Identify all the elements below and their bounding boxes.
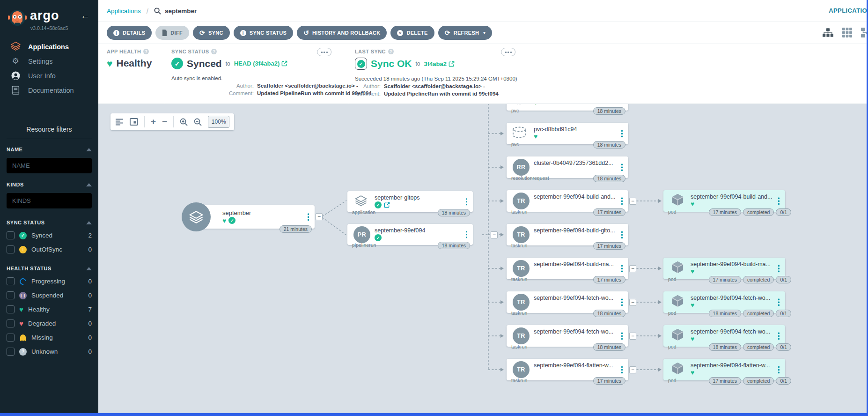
filter-checkbox[interactable] (7, 348, 15, 356)
graph-node-app-september[interactable]: september♥✓21 minutes (190, 205, 315, 229)
node-menu-button[interactable] (620, 196, 625, 206)
last-sync-menu-button[interactable] (501, 48, 515, 56)
filter-checkbox[interactable] (7, 245, 15, 253)
node-menu-button[interactable] (777, 364, 781, 375)
node-kind-label: taskrun (511, 243, 527, 248)
filter-option-synced[interactable]: ✓Synced2 (7, 231, 92, 239)
node-menu-button[interactable] (620, 128, 625, 139)
breadcrumb-applications-link[interactable]: Applications (107, 7, 141, 15)
sync-revision-link[interactable]: HEAD (3f4aba2) (234, 60, 288, 67)
collapse-triangle-icon[interactable] (86, 148, 92, 151)
filter-option-progressing[interactable]: Progressing0 (7, 277, 92, 285)
fit-to-screen-icon[interactable] (130, 118, 138, 126)
collapse-node-button[interactable]: − (629, 299, 636, 306)
filter-option-suspended[interactable]: ❙❙Suspended0 (7, 291, 92, 299)
graph-node-taskrun-build-gito[interactable]: TRtaskrunseptember-99ef094-build-gito...… (507, 224, 628, 245)
node-menu-button[interactable] (464, 197, 469, 207)
node-menu-button[interactable] (306, 212, 311, 222)
action-buttons: iDETAILSDIFF⟳SYNCiSYNC STATUS↺HISTORY AN… (107, 26, 492, 40)
collapse-triangle-icon[interactable] (86, 267, 92, 270)
magnifier-minus-icon[interactable] (194, 118, 202, 126)
relayout-icon[interactable] (115, 119, 124, 126)
graph-node-pvc-d8bbd91c94[interactable]: pvcpvc-d8bbd91c94♥18 minutes (507, 123, 628, 144)
graph-node-taskrun-fetch-wo-2[interactable]: TRtaskrunseptember-99ef094-fetch-wo...18… (507, 325, 628, 347)
graph-node-taskrun-flatten-w[interactable]: TRtaskrunseptember-99ef094-flatten-w...1… (507, 359, 628, 380)
graph-node-pod-build-and[interactable]: podseptember-99ef094-build-and...♥17 min… (663, 190, 785, 212)
collapse-node-button[interactable]: − (491, 231, 498, 238)
graph-node-taskrun-build-ma[interactable]: TRtaskrunseptember-99ef094-build-ma...17… (507, 258, 628, 279)
node-menu-button[interactable] (777, 196, 781, 206)
node-menu-button[interactable] (620, 104, 625, 105)
sidebar-item-user-info[interactable]: User Info (0, 68, 98, 83)
collapse-node-button[interactable]: − (629, 265, 636, 272)
details-button[interactable]: iDETAILS (107, 26, 152, 40)
filter-option-outofsync[interactable]: ↑OutOfSync0 (7, 245, 92, 253)
filter-checkbox[interactable] (7, 277, 15, 285)
graph-node-pvc-partial[interactable]: pvc♥18 minutes (507, 104, 628, 111)
pods-view-icon[interactable] (842, 28, 852, 37)
node-menu-button[interactable] (777, 297, 781, 307)
sync-status-button[interactable]: iSYNC STATUS (234, 26, 293, 40)
collapse-triangle-icon[interactable] (86, 221, 92, 224)
collapse-node-button[interactable]: − (629, 366, 636, 373)
external-link-icon[interactable] (384, 202, 390, 208)
magnifier-plus-icon[interactable] (180, 118, 188, 126)
node-badge: 18 minutes (709, 343, 741, 351)
graph-node-taskrun-build-and[interactable]: TRtaskrunseptember-99ef094-build-and...1… (507, 190, 628, 212)
sidebar-item-applications[interactable]: Applications (0, 39, 98, 54)
filter-checkbox[interactable] (7, 305, 15, 313)
collapse-triangle-icon[interactable] (86, 183, 92, 186)
node-menu-button[interactable] (620, 230, 625, 240)
node-menu-button[interactable] (620, 297, 625, 307)
suspended-icon: ❙❙ (19, 292, 27, 299)
node-menu-button[interactable] (620, 364, 625, 375)
kinds-filter-input[interactable] (7, 193, 92, 208)
search-term-text[interactable]: september (165, 7, 197, 15)
graph-node-app-september-gitops[interactable]: applicationseptember-gitops✓18 minutes (347, 191, 473, 212)
filter-option-healthy[interactable]: ♥Healthy7 (7, 305, 92, 313)
graph-node-taskrun-fetch-wo-1[interactable]: TRtaskrunseptember-99ef094-fetch-wo...18… (507, 291, 628, 313)
name-filter-input[interactable] (7, 158, 92, 173)
resource-tree-canvas[interactable]: + − september♥✓21 minutesapplicationsept… (98, 104, 868, 416)
zoom-out-button[interactable]: − (162, 117, 167, 127)
collapse-node-button[interactable]: − (629, 198, 636, 205)
graph-node-pipelinerun-september-99ef094[interactable]: PRpipelinerunseptember-99ef094✓18 minute… (347, 224, 473, 245)
delete-button[interactable]: ×DELETE (390, 26, 434, 40)
zoom-level-input[interactable] (208, 116, 229, 128)
graph-node-resolutionrequest-cluster[interactable]: RRresolutionrequestcluster-0b40497235736… (507, 156, 628, 178)
node-menu-button[interactable] (464, 230, 469, 240)
node-menu-button[interactable] (777, 263, 781, 274)
node-menu-button[interactable] (620, 162, 625, 172)
filter-option-missing[interactable]: Missing0 (7, 334, 92, 342)
graph-node-pod-fetch-wo-1[interactable]: podseptember-99ef094-fetch-wo...♥18 minu… (663, 291, 785, 313)
history-and-rollback-button[interactable]: ↺HISTORY AND ROLLBACK (297, 26, 387, 40)
sidebar-collapse-arrow[interactable]: ← (81, 10, 90, 21)
sidebar-item-documentation[interactable]: Documentation (0, 83, 98, 97)
sync-button[interactable]: ⟳SYNC (193, 26, 230, 40)
sync-status-menu-button[interactable] (317, 48, 331, 56)
node-menu-button[interactable] (620, 263, 625, 274)
refresh-button[interactable]: ⟳REFRESH▾ (438, 26, 493, 40)
button-label: SYNC (208, 30, 223, 36)
sidebar-item-settings[interactable]: ⚙Settings (0, 54, 98, 68)
node-menu-button[interactable] (620, 331, 625, 341)
filter-checkbox[interactable] (7, 291, 15, 299)
node-menu-button[interactable] (777, 331, 781, 341)
app-health-label: APP HEALTH? (107, 49, 152, 54)
graph-node-pod-build-ma[interactable]: podseptember-99ef094-build-ma...♥17 minu… (663, 258, 785, 279)
last-sync-revision-link[interactable]: 3f4aba2 (424, 60, 455, 67)
filter-checkbox[interactable] (7, 334, 15, 342)
node-status-icons: ✓ (375, 201, 390, 208)
tree-view-icon[interactable] (823, 28, 833, 37)
graph-node-pod-flatten-w[interactable]: podseptember-99ef094-flatten-w...♥17 min… (663, 359, 785, 380)
graph-node-pod-fetch-wo-2[interactable]: podseptember-99ef094-fetch-wo...♥18 minu… (663, 325, 785, 347)
filter-checkbox[interactable] (7, 231, 15, 239)
tr-kind-icon: TR (513, 294, 530, 311)
filter-checkbox[interactable] (7, 319, 15, 327)
filter-option-unknown[interactable]: ?Unknown0 (7, 348, 92, 356)
collapse-node-button[interactable]: − (629, 333, 636, 340)
filter-option-degraded[interactable]: ♥Degraded0 (7, 319, 92, 327)
collapse-node-button[interactable]: − (316, 213, 323, 220)
diff-button[interactable]: DIFF (155, 26, 189, 40)
zoom-in-button[interactable]: + (151, 117, 156, 127)
